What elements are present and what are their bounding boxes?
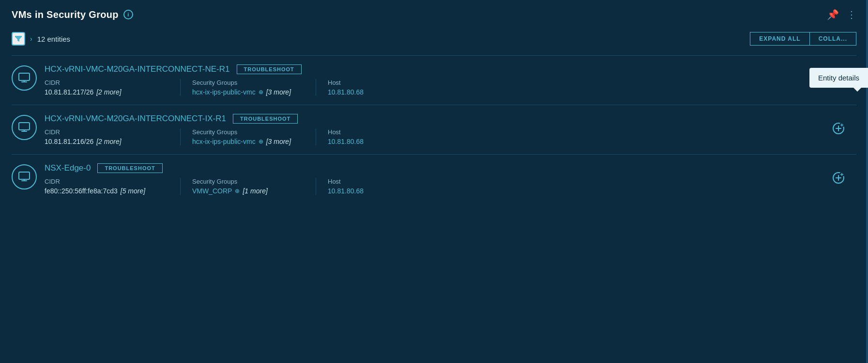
host-col: Host 10.81.80.68 [316,128,451,145]
vm-icon [18,122,30,133]
vm-icon-wrap [12,65,37,91]
sg-search-icon[interactable]: ⊕ [259,138,263,145]
entity-row: NSX-Edge-0 TROUBLESHOOT CIDR fe80::250:5… [12,155,856,204]
security-groups-value: hcx-ix-ips-public-vmc ⊕ [3 more] [192,88,304,96]
vms-security-group-panel: VMs in Security Group i 📌 ⋮ › 12 entitie… [0,0,868,363]
sg-more[interactable]: [1 more] [243,187,267,195]
sg-search-icon[interactable]: ⊕ [235,188,240,194]
cidr-ip: 10.81.81.217/26 [45,88,93,96]
vm-icon-wrap [12,115,37,140]
troubleshoot-button[interactable]: TROUBLESHOOT [233,114,298,124]
panel-title-row: VMs in Security Group i [12,9,133,20]
security-groups-label: Security Groups [192,128,304,136]
filter-icon [15,36,22,42]
cidr-value: fe80::250:56ff:fe8a:7cd3 [5 more] [45,187,168,195]
cidr-more[interactable]: [5 more] [121,187,145,195]
right-border [866,0,868,363]
cidr-label: CIDR [45,128,168,136]
entity-name-row: HCX-vRNI-VMC-M20GA-INTERCONNECT-IX-R1 TR… [45,114,856,124]
entity-details-grid: CIDR 10.81.81.216/26 [2 more] Security G… [45,128,856,145]
info-icon[interactable]: i [123,10,133,19]
security-group-link[interactable]: hcx-ix-ips-public-vmc [192,88,256,96]
sg-more[interactable]: [3 more] [266,138,291,145]
add-entity-button[interactable] [832,172,845,187]
pin-icon[interactable]: 📌 [827,9,839,20]
filter-left: › 12 entities [12,32,70,46]
security-groups-value: hcx-ix-ips-public-vmc ⊕ [3 more] [192,138,304,145]
security-groups-label: Security Groups [192,79,304,86]
host-link[interactable]: 10.81.80.68 [328,88,364,96]
host-label: Host [328,79,440,86]
cidr-value: 10.81.81.217/26 [2 more] [45,88,168,96]
add-entity-button[interactable] [832,122,845,138]
entity-name[interactable]: NSX-Edge-0 [45,163,91,173]
action-buttons: EXPAND ALL COLLA... [750,32,856,46]
entity-list: HCX-vRNI-VMC-M20GA-INTERCONNECT-NE-R1 TR… [12,55,856,204]
host-label: Host [328,178,440,185]
entity-name[interactable]: HCX-vRNI-VMC-M20GA-INTERCONNECT-IX-R1 [45,114,226,124]
security-groups-label: Security Groups [192,178,304,185]
entity-main: HCX-vRNI-VMC-M20GA-INTERCONNECT-NE-R1 TR… [45,64,856,96]
troubleshoot-button[interactable]: TROUBLESHOOT [237,64,302,74]
cidr-value: 10.81.81.216/26 [2 more] [45,138,168,145]
entities-count: 12 entities [37,35,70,43]
vm-icon [18,172,30,182]
cidr-col: CIDR 10.81.81.216/26 [2 more] [45,128,180,145]
entity-details-grid: CIDR 10.81.81.217/26 [2 more] Security G… [45,79,856,96]
troubleshoot-button[interactable]: TROUBLESHOOT [97,163,162,173]
entity-row: HCX-vRNI-VMC-M20GA-INTERCONNECT-IX-R1 TR… [12,105,856,155]
host-value: 10.81.80.68 [328,187,440,195]
entity-row: HCX-vRNI-VMC-M20GA-INTERCONNECT-NE-R1 TR… [12,55,856,105]
panel-header: VMs in Security Group i 📌 ⋮ [12,9,856,20]
host-link[interactable]: 10.81.80.68 [328,138,364,145]
security-group-link[interactable]: VMW_CORP [192,187,232,195]
cidr-ip: 10.81.81.216/26 [45,138,93,145]
panel-title: VMs in Security Group [12,9,119,20]
filter-button[interactable] [12,32,25,46]
expand-chevron[interactable]: › [30,35,32,43]
security-groups-value: VMW_CORP ⊕ [1 more] [192,187,304,195]
cidr-col: CIDR 10.81.81.217/26 [2 more] [45,79,180,96]
cidr-label: CIDR [45,79,168,86]
circle-plus-icon [832,122,845,135]
security-groups-col: Security Groups hcx-ix-ips-public-vmc ⊕ … [180,128,316,145]
sg-search-icon[interactable]: ⊕ [259,89,263,95]
expand-all-button[interactable]: EXPAND ALL [750,32,809,46]
entity-name-row: HCX-vRNI-VMC-M20GA-INTERCONNECT-NE-R1 TR… [45,64,856,74]
svg-rect-0 [19,73,30,80]
vm-icon [18,73,30,83]
cidr-more[interactable]: [2 more] [96,138,121,145]
entity-name-row: NSX-Edge-0 TROUBLESHOOT [45,163,856,173]
host-value: 10.81.80.68 [328,88,440,96]
host-col: Host 10.81.80.68 [316,178,451,195]
host-label: Host [328,128,440,136]
security-group-link[interactable]: hcx-ix-ips-public-vmc [192,138,256,145]
cidr-ip: fe80::250:56ff:fe8a:7cd3 [45,187,118,195]
svg-rect-6 [19,172,30,179]
filter-bar: › 12 entities EXPAND ALL COLLA... [12,32,856,46]
sg-more[interactable]: [3 more] [266,88,291,96]
security-groups-col: Security Groups hcx-ix-ips-public-vmc ⊕ … [180,79,316,96]
host-value: 10.81.80.68 [328,138,440,145]
header-actions: 📌 ⋮ [827,9,856,20]
cidr-col: CIDR fe80::250:56ff:fe8a:7cd3 [5 more] [45,178,180,195]
entity-name[interactable]: HCX-vRNI-VMC-M20GA-INTERCONNECT-NE-R1 [45,64,230,74]
more-options-icon[interactable]: ⋮ [847,9,856,20]
cidr-more[interactable]: [2 more] [96,88,121,96]
host-link[interactable]: 10.81.80.68 [328,187,364,195]
collapse-button[interactable]: COLLA... [809,32,856,46]
security-groups-col: Security Groups VMW_CORP ⊕ [1 more] [180,178,316,195]
circle-plus-icon [832,172,845,184]
host-col: Host 10.81.80.68 [316,79,451,96]
entity-main: HCX-vRNI-VMC-M20GA-INTERCONNECT-IX-R1 TR… [45,114,856,145]
cidr-label: CIDR [45,178,168,185]
entity-details-grid: CIDR fe80::250:56ff:fe8a:7cd3 [5 more] S… [45,178,856,195]
entity-main: NSX-Edge-0 TROUBLESHOOT CIDR fe80::250:5… [45,163,856,195]
vm-icon-wrap [12,164,37,189]
svg-rect-3 [19,123,30,130]
entity-details-tooltip: Entity details [809,68,868,88]
